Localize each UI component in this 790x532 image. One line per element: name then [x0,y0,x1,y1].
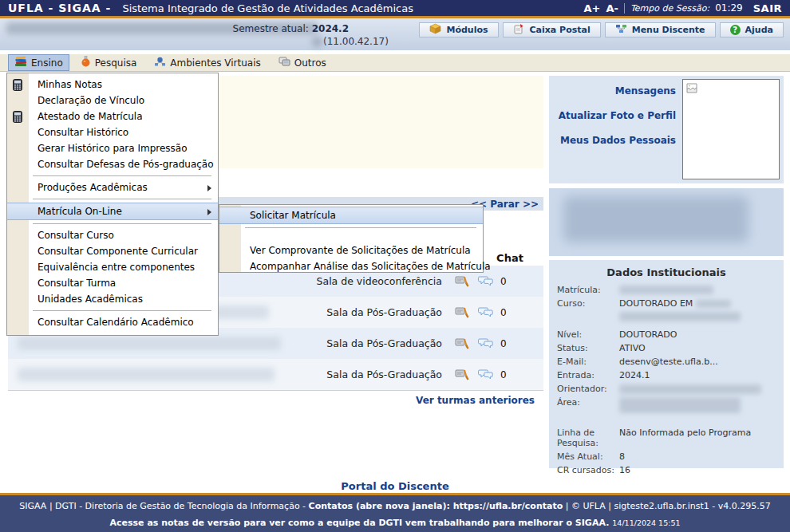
classroom-access-icon[interactable] [455,337,469,349]
field-entrada: Entrada: 2024.1 [557,370,776,380]
menu-item-producoes-academicas[interactable]: Produções Acadêmicas [7,179,218,195]
menubar-item-pesquisa[interactable]: Pesquisa [74,54,144,71]
help-button-label: Ajuda [745,25,773,35]
virtual-room-link[interactable]: Sala da Pós-Graduação [326,337,442,349]
modules-button[interactable]: Módulos [419,22,499,37]
field-value: 16 [619,465,630,475]
portal-discente-link[interactable]: Portal do Discente [0,480,790,492]
session-timer-label: Tempo de Sessão: [630,3,709,14]
chat-bubbles-icon[interactable] [478,275,494,287]
font-decrease-button[interactable]: A- [606,2,618,14]
menu-item-label: Matrícula On-Line [38,206,122,217]
menu-item-declaracao-vinculo[interactable]: Declaração de Vínculo [7,93,218,108]
student-menu-button[interactable]: Menu Discente [605,22,716,37]
profile-photo-placeholder [682,79,780,179]
profile-panel: Mensagens Atualizar Foto e Perfil Meus D… [549,76,784,183]
chat-bubbles-icon[interactable] [478,306,494,318]
network-icon [154,57,166,69]
footer-version-text: | © UFLA | sigteste2.ufla.br.inst1 - v4.… [563,501,771,511]
sigaa-portal-discente-screen: UFLA - SIGAA - Sistema Integrado de Gest… [0,0,790,532]
menu-item-label: Unidades Acadêmicas [38,294,143,305]
menubar-item-ensino[interactable]: Ensino [8,54,69,71]
field-label: Área: [557,397,619,420]
footer-timestamp: 14/11/2024 15:51 [612,518,680,527]
release-notes-link[interactable]: Acesse as notas de versão para ver como … [110,518,610,528]
computers-grid-icon [278,57,290,69]
field-mes-atual: Mês Atual: 8 [557,451,776,462]
menu-item-label: Produções Acadêmicas [38,182,148,193]
previous-classes-link[interactable]: Ver turmas anteriores [8,395,535,406]
footer-contacts-link[interactable]: Contatos (abre nova janela): https://ufl… [309,501,563,511]
menu-item-label: Consultar Calendário Acadêmico [38,317,194,328]
footer-text: SIGAA | DGTI - Diretoria de Gestão de Te… [19,501,308,511]
classroom-access-icon[interactable] [455,368,469,380]
submenu-item-acompanhar-analise[interactable]: Acompanhar Análise das Solicitações de M… [219,258,483,274]
messages-link[interactable]: Mensagens [549,85,676,97]
profile-links: Mensagens Atualizar Foto e Perfil Meus D… [549,76,676,183]
menu-item-consultar-defesas[interactable]: Consultar Defesas de Pós-graduação [7,156,218,172]
field-orientador: Orientador: [557,384,776,394]
menubar-item-outros[interactable]: Outros [272,55,333,71]
menu-item-unidades-academicas[interactable]: Unidades Acadêmicas [7,291,218,307]
field-value: DOUTORADO EM [619,298,731,309]
broken-image-icon [685,83,698,98]
mailbox-icon [513,23,524,37]
chat-column-header: Chat [485,252,535,264]
help-button[interactable]: ? Ajuda [720,22,784,37]
menu-item-label: Consultar Defesas de Pós-graduação [38,159,214,170]
menu-item-label: Ver Comprovante de Solicitações de Matrí… [250,245,471,256]
top-bar-controls: A+ A- Tempo de Sessão: 01:29 SAIR [584,2,783,14]
matricula-online-submenu: Solicitar Matrícula Ver Comprovante de S… [219,204,484,273]
menu-separator [33,310,211,311]
top-bar: UFLA - SIGAA - Sistema Integrado de Gest… [0,0,790,16]
classroom-access-icon[interactable] [455,275,469,287]
field-label: Orientador: [557,384,619,394]
submenu-item-solicitar-matricula[interactable]: Solicitar Matrícula [219,207,483,224]
menu-item-consultar-componente[interactable]: Consultar Componente Curricular [7,243,218,259]
virtual-room-link[interactable]: Sala da Pós-Graduação [326,306,442,318]
submenu-item-ver-comprovante[interactable]: Ver Comprovante de Solicitações de Matrí… [219,242,483,258]
classroom-access-icon[interactable] [455,306,469,318]
chat-count: 0 [500,307,508,318]
unit-name-redacted [313,37,322,46]
submenu-spacer [219,231,483,242]
font-increase-button[interactable]: A+ [584,2,601,14]
menu-item-equivalencia[interactable]: Equivalência entre componentes [7,259,218,275]
chat-count: 0 [500,369,508,380]
header-buttons: Módulos Caixa Postal Menu Discente ? Aju… [419,22,784,37]
menu-item-label: Acompanhar Análise das Solicitações de M… [250,261,491,272]
menu-item-label: Consultar Componente Curricular [38,246,198,257]
virtual-room-link[interactable]: Sala da Pós-Graduação [326,368,442,380]
chat-bubbles-icon[interactable] [478,368,494,380]
chat-count: 0 [500,338,508,349]
field-linha-pesquisa: Linha de Pesquisa: Não Informada pelo Pr… [557,428,776,448]
course-name-redacted [18,368,275,381]
menu-item-calendario-academico[interactable]: Consultar Calendário Acadêmico [7,314,218,330]
chat-bubbles-icon[interactable] [478,337,494,349]
semester-value: 2024.2 [312,23,349,34]
field-value: desenv@teste.ufla.b... [619,357,718,367]
field-label: Matrícula: [557,285,619,295]
panel-title: Dados Institucionais [557,266,776,278]
menu-item-gerar-historico[interactable]: Gerar Histórico para Impressão [7,140,218,156]
orientador-value-redacted [619,384,761,394]
flask-icon [81,56,91,69]
personal-data-link[interactable]: Meus Dados Pessoais [549,135,676,146]
field-curso: Curso: DOUTORADO EM [557,298,776,309]
menu-item-matricula-online[interactable]: Matrícula On-Line [7,203,218,220]
field-value: 8 [619,451,625,462]
virtual-room-link[interactable]: Sala de videoconferência [317,275,442,287]
menu-item-minhas-notas[interactable]: Minhas Notas [7,77,218,93]
menu-item-consultar-historico[interactable]: Consultar Histórico [7,124,218,140]
menu-item-consultar-curso[interactable]: Consultar Curso [7,227,218,243]
update-photo-profile-link[interactable]: Atualizar Foto e Perfil [549,110,676,121]
logout-button[interactable]: SAIR [753,2,782,14]
field-status: Status: ATIVO [557,343,776,353]
menubar-item-ambientes-virtuais[interactable]: Ambientes Virtuais [148,55,267,71]
mailbox-button[interactable]: Caixa Postal [503,22,600,37]
menu-separator [33,199,211,199]
menu-item-consultar-turma[interactable]: Consultar Turma [7,275,218,291]
brand-logo: UFLA - SIGAA - [8,2,111,14]
menu-item-atestado-matricula[interactable]: Atestado de Matrícula [7,108,218,124]
menu-separator [33,223,211,224]
